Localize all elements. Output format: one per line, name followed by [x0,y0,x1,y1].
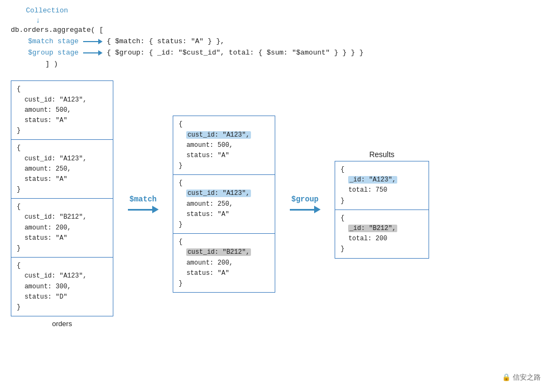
match-stage-code: { $match: { status: "A" } }, [107,36,225,48]
result-highlight-2: _id: "B212", [348,225,397,232]
watermark: 🔒 信安之路 [502,373,541,382]
highlight-cust-id-2: cust_id: "A123", [186,190,250,197]
match-stage-label: $match stage [28,36,79,48]
orders-label: orders [52,320,72,328]
group-stage-code: { $group: { _id: "$cust_id", total: { $s… [107,48,364,59]
match-doc-1: { cust_id: "A123", amount: 500, status: … [173,116,275,175]
match-stage-row: $match stage { $match: { status: "A" } }… [28,36,546,48]
group-arrow-label: $group [291,195,318,204]
result-highlight-1: _id: "A123", [348,176,397,184]
match-doc-2: { cust_id: "A123", amount: 250, status: … [173,175,275,234]
match-arrow-label: $match [130,195,157,204]
aggregate-call: db.orders.aggregate( [ [11,25,104,36]
doc-2: { cust_id: "A123", amount: 250, status: … [11,140,113,199]
group-stage-label: $group stage [28,48,79,59]
match-arrow-group: $match [119,195,167,213]
result-doc-1: { _id: "A123", total: 750 } [335,161,429,210]
results-box: { _id: "A123", total: 750 } { _id: "B212… [335,161,429,259]
group-stage-row: $group stage { $group: { _id: "$cust_id"… [28,48,546,59]
diagram-section: { cust_id: "A123", amount: 500, status: … [0,75,557,349]
collection-column: { cust_id: "A123", amount: 500, status: … [11,80,113,328]
match-box: { cust_id: "A123", amount: 500, status: … [173,116,275,293]
highlight-cust-id-1: cust_id: "A123", [186,131,250,139]
group-big-arrow [290,206,321,213]
group-arrow-group: $group [281,195,329,213]
code-close: ] ) [45,59,546,70]
code-line-1: db.orders.aggregate( [ [11,25,546,36]
results-title: Results [369,150,395,159]
doc-3: { cust_id: "B212", amount: 200, status: … [11,199,113,258]
match-stage-arrow [83,39,103,44]
collection-box: { cust_id: "A123", amount: 500, status: … [11,80,113,316]
doc-4: { cust_id: "A123", amount: 300, status: … [11,258,113,316]
doc-1: { cust_id: "A123", amount: 500, status: … [11,81,113,140]
collection-label: Collection [26,6,68,15]
match-doc-3: { cust_id: "B212", amount: 200, status: … [173,234,275,292]
results-container: Results { _id: "A123", total: 750 } { _i… [335,150,429,259]
match-big-arrow [128,206,159,213]
group-stage-arrow [83,50,103,56]
collection-arrow: ↓ [36,17,546,25]
code-section: Collection ↓ db.orders.aggregate( [ $mat… [0,0,557,75]
match-results-column: { cust_id: "A123", amount: 500, status: … [173,116,275,293]
result-doc-2: { _id: "B212", total: 200 } [335,210,429,258]
highlight-cust-id-3: cust_id: "B212", [186,248,250,256]
